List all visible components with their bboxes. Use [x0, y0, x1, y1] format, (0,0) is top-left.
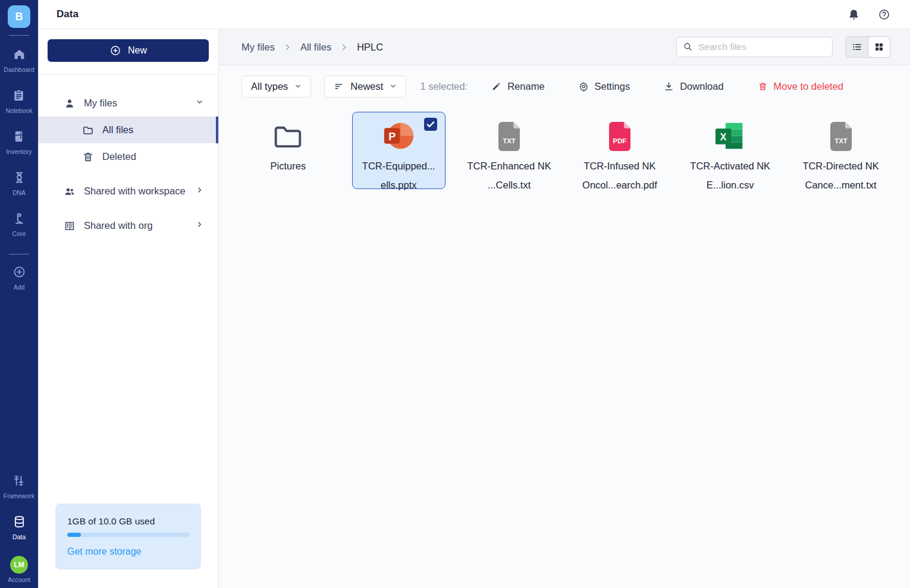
sidebar-item-label: Shared with workspace [84, 185, 186, 197]
file-name-line2: ells.pptx [353, 177, 445, 193]
rail-item-label: Notebook [6, 107, 33, 114]
sidebar-item-shared-with-workspace[interactable]: Shared with workspace [38, 178, 218, 205]
files-grid: Pictures P TCR-Equipped... ells.pptx [219, 107, 910, 189]
file-name: TCR-Directed NK [795, 158, 887, 174]
move-to-deleted-label: Move to deleted [774, 81, 843, 92]
chevron-right-icon [284, 43, 291, 51]
settings-button[interactable]: Settings [579, 81, 630, 92]
files-content: My files All files HPLC [219, 29, 910, 588]
organization-icon [64, 220, 76, 232]
search-input[interactable] [676, 37, 833, 57]
file-name: TCR-Enhanced NK [463, 158, 556, 174]
file-name-line2: E...lion.csv [684, 177, 776, 193]
rail-item-framework[interactable]: Framework [4, 474, 35, 499]
breadcrumb-current: HPLC [357, 42, 383, 53]
selected-checkbox[interactable] [424, 118, 437, 131]
rail-item-label: Framework [4, 492, 35, 499]
rail-item-account[interactable]: LM Account [8, 556, 30, 583]
breadcrumb: My files All files HPLC [241, 42, 383, 53]
svg-text:TXT: TXT [834, 137, 848, 144]
move-to-deleted-button[interactable]: Move to deleted [758, 81, 843, 92]
txt-file-icon: TXT [463, 117, 556, 155]
breadcrumb-item-my-files[interactable]: My files [241, 42, 275, 53]
view-toggle [845, 36, 890, 58]
app-window: B Dashboard Notebook Inventory DNA Core … [0, 0, 910, 588]
trash-icon [758, 81, 768, 92]
plus-circle-icon [12, 265, 26, 281]
file-tile-pdf[interactable]: PDF TCR-Infused NK Oncol...earch.pdf [573, 112, 666, 189]
check-icon [424, 118, 437, 131]
notebook-icon [12, 89, 26, 105]
chevron-down-icon [390, 83, 397, 90]
brand-logo[interactable]: B [8, 5, 30, 28]
database-icon [12, 515, 26, 531]
sort-label: Newest [350, 81, 383, 92]
get-more-storage-link[interactable]: Get more storage [67, 546, 142, 557]
file-tile-txt-2[interactable]: TXT TCR-Directed NK Cance...ment.txt [794, 112, 887, 189]
download-icon [664, 81, 674, 92]
grid-view-button[interactable] [868, 36, 890, 58]
new-button[interactable]: New [48, 39, 209, 62]
list-view-button[interactable] [846, 37, 868, 57]
rail-item-data[interactable]: Data [12, 515, 26, 540]
people-icon [64, 185, 76, 197]
breadcrumb-bar-right [676, 36, 890, 58]
pencil-icon [491, 81, 501, 92]
inventory-icon [12, 130, 26, 146]
file-name-line2: Oncol...earch.pdf [573, 177, 666, 193]
grid-icon [874, 42, 884, 52]
file-tile-txt-1[interactable]: TXT TCR-Enhanced NK ...Cells.txt [463, 112, 556, 189]
svg-text:PDF: PDF [613, 137, 626, 144]
sliders-icon [12, 474, 26, 490]
pdf-file-icon: PDF [573, 117, 666, 155]
sidebar-nav: My files All files Deleted Shared with w… [38, 75, 218, 239]
svg-text:X: X [720, 131, 727, 142]
sidebar-item-deleted[interactable]: Deleted [38, 143, 218, 170]
breadcrumb-item-all-files[interactable]: All files [300, 42, 331, 53]
txt-file-icon: TXT [795, 117, 887, 155]
sidebar-item-my-files[interactable]: My files [38, 90, 218, 117]
rail-item-label: Inventory [6, 148, 32, 155]
excel-file-icon: X [684, 117, 776, 155]
download-label: Download [680, 81, 723, 92]
chevron-right-icon[interactable] [195, 220, 204, 231]
rail-item-label: Core [12, 230, 26, 237]
storage-progress-fill [67, 533, 81, 537]
rail-item-dashboard[interactable]: Dashboard [4, 48, 34, 73]
type-filter-button[interactable]: All types [241, 76, 311, 98]
files-sidebar: New My files All files [38, 29, 219, 588]
svg-text:P: P [388, 130, 396, 142]
rail-item-inventory[interactable]: Inventory [6, 130, 32, 155]
avatar-initials: LM [14, 561, 24, 569]
rail-item-add[interactable]: Add [12, 265, 26, 291]
file-tile-csv[interactable]: X TCR-Activated NK E...lion.csv [683, 112, 777, 189]
rail-item-core[interactable]: Core [12, 212, 26, 237]
chevron-down-icon [294, 83, 302, 90]
download-button[interactable]: Download [664, 81, 723, 92]
help-icon[interactable] [878, 8, 890, 21]
file-tile-pptx[interactable]: P TCR-Equipped... ells.pptx [352, 112, 445, 189]
rail-item-dna[interactable]: DNA [12, 171, 26, 196]
folder-icon [82, 124, 94, 136]
page-title: Data [57, 8, 79, 20]
rename-label: Rename [507, 81, 544, 92]
sidebar-item-label: Deleted [102, 151, 136, 162]
rename-button[interactable]: Rename [491, 81, 544, 92]
storage-progress [67, 533, 189, 537]
home-icon [12, 48, 26, 64]
sort-button[interactable]: Newest [324, 76, 406, 98]
sidebar-item-shared-with-org[interactable]: Shared with org [38, 212, 218, 239]
sort-icon [334, 81, 344, 92]
rail-item-notebook[interactable]: Notebook [6, 89, 33, 114]
chevron-right-icon[interactable] [195, 185, 204, 197]
file-name: TCR-Equipped... [353, 158, 445, 174]
body-row: New My files All files [38, 29, 910, 588]
trash-icon [82, 151, 94, 163]
notifications-button[interactable] [848, 8, 860, 21]
file-tile-pictures[interactable]: Pictures [241, 112, 335, 189]
sidebar-item-all-files[interactable]: All files [38, 117, 218, 143]
file-name-line2: ...Cells.txt [463, 177, 556, 193]
microscope-icon [12, 212, 26, 228]
rail-divider [9, 35, 29, 36]
chevron-down-icon[interactable] [195, 98, 204, 109]
